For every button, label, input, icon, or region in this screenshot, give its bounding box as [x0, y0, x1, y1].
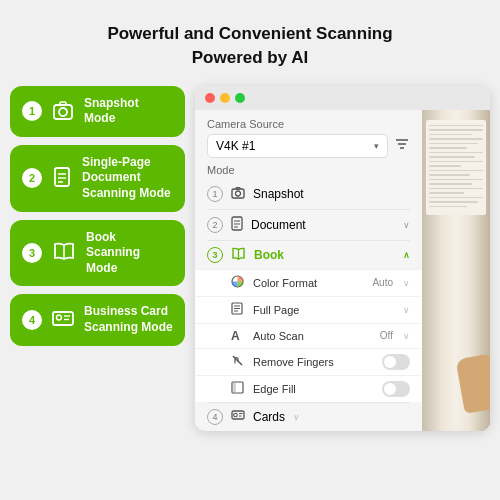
- full-page-icon: [231, 302, 247, 318]
- document-chevron-icon: ∨: [403, 220, 410, 230]
- edge-fill-label: Edge Fill: [253, 383, 376, 395]
- app-mode-label-book: Book: [254, 248, 395, 262]
- businesscard-icon: [52, 309, 74, 330]
- snapshot-row-icon: [231, 186, 245, 203]
- mode-number-3: 3: [22, 243, 42, 263]
- mode-document[interactable]: 2 Single-Page Document Scanning Mode: [10, 145, 185, 212]
- header-line2: Powered by AI: [20, 46, 480, 70]
- mode-businesscard[interactable]: 4 Business Card Scanning Mode: [10, 294, 185, 345]
- filter-icon[interactable]: [394, 137, 410, 154]
- remove-fingers-label: Remove Fingers: [253, 356, 376, 368]
- book-icon: [52, 241, 76, 264]
- sub-edge-fill[interactable]: Edge Fill: [195, 375, 422, 402]
- full-page-label: Full Page: [253, 304, 397, 316]
- app-mode-label-document: Document: [251, 218, 395, 232]
- sub-color-format[interactable]: Color Format Auto ∨: [195, 269, 422, 296]
- camera-dropdown-row: V4K #1 ▾: [207, 134, 410, 158]
- app-mode-label-snapshot: Snapshot: [253, 187, 410, 201]
- chevron-down-icon: ▾: [374, 141, 379, 151]
- svg-point-16: [236, 191, 241, 196]
- app-mode-number-3: 3: [207, 247, 223, 263]
- mode-number-1: 1: [22, 101, 42, 121]
- auto-scan-chevron: ∨: [403, 331, 410, 341]
- document-icon: [52, 166, 72, 191]
- mode-number-2: 2: [22, 168, 42, 188]
- sub-full-page[interactable]: Full Page ∨: [195, 296, 422, 323]
- book-chevron-icon: ∧: [403, 250, 410, 260]
- app-mode-list: 1 Snapshot 2: [195, 180, 422, 431]
- mode-snapshot[interactable]: 1 Snapshot Mode: [10, 86, 185, 137]
- cards-chevron-icon: ∨: [293, 412, 300, 422]
- app-mode-book[interactable]: 3 Book ∧: [195, 241, 422, 269]
- mode-label-book: Book Scanning Mode: [86, 230, 173, 277]
- camera-source-label: Camera Source: [207, 118, 410, 130]
- mode-label-businesscard: Business Card Scanning Mode: [84, 304, 173, 335]
- app-mode-snapshot[interactable]: 1 Snapshot: [195, 180, 422, 209]
- book-sub-options: Color Format Auto ∨: [195, 269, 422, 402]
- svg-rect-0: [54, 105, 72, 119]
- camera-value: V4K #1: [216, 139, 255, 153]
- color-format-chevron: ∨: [403, 278, 410, 288]
- auto-scan-label: Auto Scan: [253, 330, 374, 342]
- left-mode-panel: 1 Snapshot Mode 2 Single-Page: [10, 86, 185, 431]
- mode-label-document: Single-Page Document Scanning Mode: [82, 155, 173, 202]
- maximize-button[interactable]: [235, 93, 245, 103]
- snapshot-icon: [52, 99, 74, 124]
- svg-rect-3: [55, 168, 69, 186]
- page-header: Powerful and Convenient Scanning Powered…: [0, 0, 500, 86]
- full-page-chevron: ∨: [403, 305, 410, 315]
- document-row-icon: [231, 216, 243, 234]
- book-row-icon: [231, 247, 246, 263]
- svg-point-32: [234, 413, 238, 417]
- app-mode-number-1: 1: [207, 186, 223, 202]
- color-format-label: Color Format: [253, 277, 366, 289]
- svg-rect-30: [232, 382, 236, 393]
- edge-fill-toggle[interactable]: [382, 381, 410, 397]
- mode-number-4: 4: [22, 310, 42, 330]
- camera-source-section: Camera Source V4K #1 ▾: [195, 110, 422, 162]
- close-button[interactable]: [205, 93, 215, 103]
- sub-remove-fingers[interactable]: Remove Fingers: [195, 348, 422, 375]
- color-format-icon: [231, 275, 247, 291]
- mode-section-label: Mode: [195, 162, 422, 180]
- svg-point-1: [59, 108, 67, 116]
- sub-auto-scan[interactable]: A Auto Scan Off ∨: [195, 323, 422, 348]
- mode-label-snapshot: Snapshot Mode: [84, 96, 173, 127]
- app-mode-label-cards: Cards: [253, 410, 285, 424]
- remove-fingers-toggle[interactable]: [382, 354, 410, 370]
- svg-rect-2: [60, 102, 66, 105]
- color-format-value: Auto: [372, 277, 393, 288]
- edge-fill-icon: [231, 381, 247, 397]
- auto-scan-icon: A: [231, 329, 247, 343]
- app-mode-number-4: 4: [207, 409, 223, 425]
- remove-fingers-icon: [231, 354, 247, 370]
- main-content: 1 Snapshot Mode 2 Single-Page: [0, 86, 500, 431]
- app-mode-number-2: 2: [207, 217, 223, 233]
- camera-dropdown[interactable]: V4K #1 ▾: [207, 134, 388, 158]
- auto-scan-value: Off: [380, 330, 393, 341]
- app-mode-cards[interactable]: 4 Cards ∨: [195, 403, 422, 431]
- book-photo: [422, 110, 490, 431]
- app-window: Camera Source V4K #1 ▾: [195, 86, 490, 431]
- header-line1: Powerful and Convenient Scanning: [20, 22, 480, 46]
- cards-row-icon: [231, 409, 245, 424]
- window-titlebar: [195, 86, 490, 110]
- app-mode-document[interactable]: 2 Document ∨: [195, 210, 422, 240]
- minimize-button[interactable]: [220, 93, 230, 103]
- svg-point-9: [57, 315, 62, 320]
- mode-book[interactable]: 3 Book Scanning Mode: [10, 220, 185, 287]
